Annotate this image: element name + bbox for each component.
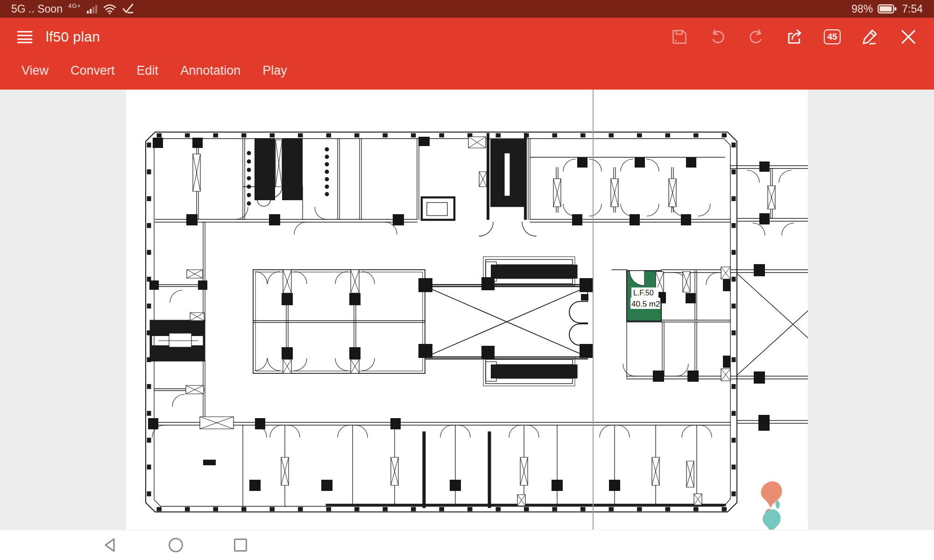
share-button[interactable] [785, 28, 803, 46]
edit-pencil-icon [861, 28, 879, 46]
close-button[interactable] [899, 28, 917, 46]
tab-annotation[interactable]: Annotation [180, 63, 241, 78]
save-button[interactable] [671, 28, 688, 46]
highlighted-room[interactable]: L.F.50 40.5 m2 [627, 271, 666, 321]
redo-icon [748, 28, 764, 45]
tab-edit[interactable]: Edit [137, 63, 159, 78]
battery-percent: 98% [851, 3, 873, 15]
carrier-text: 5G .. Soon [11, 3, 63, 15]
signal-strength-icon [86, 3, 98, 15]
wifi-icon [103, 3, 117, 15]
battery-icon [877, 3, 897, 14]
menu-hamburger-icon[interactable] [17, 30, 33, 44]
share-icon [785, 28, 803, 46]
tab-play[interactable]: Play [262, 63, 287, 78]
clock: 7:54 [902, 3, 923, 15]
document-canvas[interactable]: L.F.50 40.5 m2 [0, 90, 934, 530]
app-screen: 5G .. Soon4G+ [0, 0, 934, 560]
tab-convert[interactable]: Convert [71, 63, 115, 78]
menu-tab-bar: View Convert Edit Annotation Play [0, 53, 934, 88]
room-area-label: 40.5 m2 [631, 300, 660, 308]
app-watermark-logo [754, 481, 787, 534]
network-badge: 4G+ [68, 2, 81, 9]
tab-view[interactable]: View [21, 63, 49, 78]
nav-back-button[interactable] [102, 537, 118, 553]
close-icon [899, 28, 917, 46]
floor-plan-drawing: L.F.50 40.5 m2 [126, 90, 808, 530]
document-title: lf50 plan [46, 29, 671, 45]
toolbar: lf50 plan [0, 18, 934, 90]
redo-button[interactable] [747, 28, 765, 46]
page-number-badge[interactable]: 45 [824, 29, 841, 44]
status-bar: 5G .. Soon4G+ [0, 0, 934, 18]
android-nav-bar [0, 530, 934, 560]
room-code-label: L.F.50 [633, 289, 654, 297]
volte-check-icon [121, 3, 134, 15]
edit-button[interactable] [861, 28, 879, 46]
save-icon [671, 28, 688, 45]
undo-icon [709, 28, 726, 45]
nav-home-button[interactable] [169, 538, 183, 553]
undo-button[interactable] [709, 28, 727, 46]
nav-recents-button[interactable] [234, 539, 247, 552]
